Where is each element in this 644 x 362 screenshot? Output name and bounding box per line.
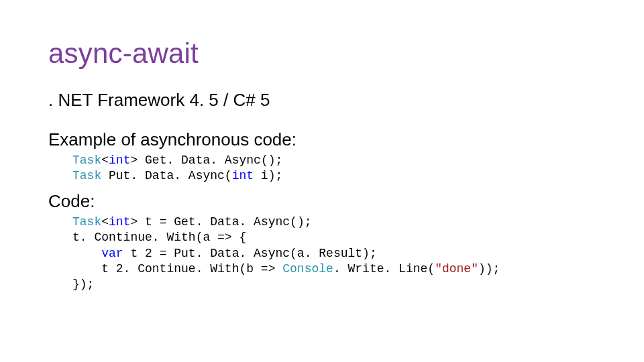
example-heading: Example of asynchronous code: xyxy=(48,129,596,150)
code-l5: }); xyxy=(72,278,94,291)
angle-open: < xyxy=(101,215,109,229)
type-task: Task xyxy=(72,215,101,229)
code-l4-c: )); xyxy=(478,262,500,276)
code-signatures: Task<int> Get. Data. Async(); Task Put. … xyxy=(72,153,596,184)
sig-rest1: Get. Data. Async(); xyxy=(138,154,282,167)
type-task: Task xyxy=(72,154,101,167)
code-body: Task<int> t = Get. Data. Async(); t. Con… xyxy=(72,215,596,293)
code-l4-a: t 2. Continue. With(b => xyxy=(72,262,282,276)
code-heading: Code: xyxy=(48,191,596,212)
sig2-a: Put. Data. Async( xyxy=(101,169,231,182)
type-console: Console xyxy=(282,262,333,276)
code-l3-rest: t 2 = Put. Data. Async(a. Result); xyxy=(123,247,377,260)
code-l1-rest: t = Get. Data. Async(); xyxy=(138,215,311,229)
type-task: Task xyxy=(72,169,101,182)
keyword-int: int xyxy=(109,154,130,167)
sig2-b: i); xyxy=(254,169,282,182)
slide-title: async-await xyxy=(48,38,596,70)
angle-close: > xyxy=(130,215,138,229)
keyword-var: var xyxy=(101,247,123,260)
code-l4-b: . Write. Line( xyxy=(333,262,435,276)
angle-close: > xyxy=(130,154,138,167)
slide: async-await . NET Framework 4. 5 / C# 5 … xyxy=(0,0,644,362)
code-l3-indent xyxy=(72,247,101,260)
string-done: "done" xyxy=(435,262,478,276)
framework-line: . NET Framework 4. 5 / C# 5 xyxy=(48,90,596,111)
code-l2: t. Continue. With(a => { xyxy=(72,231,246,244)
keyword-int: int xyxy=(232,169,254,182)
angle-open: < xyxy=(101,154,109,167)
keyword-int: int xyxy=(109,215,130,229)
